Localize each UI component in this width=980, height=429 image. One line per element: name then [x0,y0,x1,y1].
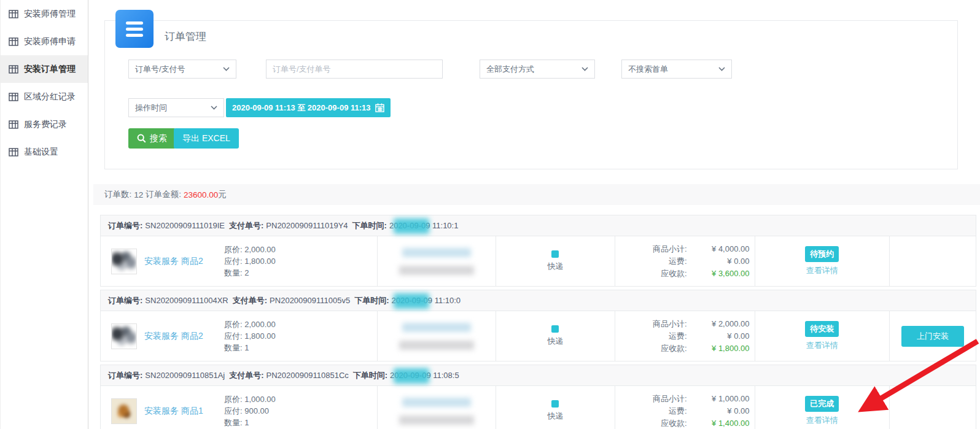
pay-no-label: 支付单号: [229,220,263,231]
receivable-label: 应收款: [653,342,687,355]
pay-no-label: 支付单号: [233,295,267,306]
sidebar-item-label: 安装订单管理 [24,64,76,75]
page-title: 订单管理 [165,29,206,44]
product-thumbnail[interactable] [111,398,137,424]
sidebar-item-basic-settings[interactable]: 基础设置 [1,138,88,166]
order-time-label: 下单时间: [352,220,387,231]
product-thumbnail[interactable] [111,249,137,274]
order-time-label: 下单时间: [353,370,387,381]
search-type-select[interactable]: 订单号/支付号 [128,60,236,79]
shipping-label: 运费: [653,255,687,268]
sidebar-item-installer-management[interactable]: 安装师傅管理 [1,0,88,28]
calendar-icon [375,103,384,112]
sidebar-item-installer-application[interactable]: 安装师傅申请 [1,28,88,55]
delivery-square-icon [551,400,559,408]
pay-price: 应付: 1,800.00 [224,255,276,267]
orders-amount-unit: 元 [218,189,227,200]
date-range-picker-button[interactable]: 2020-09-09 11:13 至 2020-09-09 11:13 [226,98,391,117]
subtotal-label: 商品小计: [653,243,687,255]
view-detail-link[interactable]: 查看详情 [806,340,838,351]
pay-method-select[interactable]: 全部支付方式 [480,60,595,79]
redacted-status-chip [394,368,429,384]
pay-no-label: 支付单号: [229,370,263,381]
product-cell: 安装服务 商品2 原价: 2,000.00 应付: 1,800.00 数量: 2 [101,236,378,286]
orders-count-label: 订单数: [104,189,131,200]
product-cell: 安装服务 商品2 原价: 2,000.00 应付: 1,800.00 数量: 1 [101,311,378,361]
order-header: 订单编号: SN20200909110851Aj 支付单号: PN2020090… [100,365,976,386]
order-no-value: SN20200909111019IE [145,221,225,230]
totals-cell: 商品小计: 运费: 应收款: ¥ 1,000.00 ¥ 0.00 ¥ 1,400… [615,386,755,429]
delivery-label: 快递 [547,261,563,272]
redacted-status-chip [394,293,429,309]
orig-price: 原价: 2,000.00 [224,319,276,330]
status-badge: 待安装 [805,321,839,337]
first-order-select[interactable]: 不搜索首单 [621,60,732,79]
order-no-value: SN20200909110851Aj [145,371,225,380]
orders-summary-bar: 订单数: 12 订单金额: 23600.00 元 [93,184,980,205]
pay-method-selected-value: 全部支付方式 [486,64,534,75]
order-no-value: SN20200909111004XR [145,296,228,305]
product-prices: 原价: 2,000.00 应付: 1,800.00 数量: 2 [224,244,276,279]
time-type-select[interactable]: 操作时间 [128,98,224,117]
sidebar-item-service-fee-records[interactable]: 服务费记录 [1,110,88,138]
keyword-input[interactable] [266,60,443,79]
quantity: 数量: 1 [224,342,276,354]
first-order-selected-value: 不搜索首单 [628,64,668,75]
sidebar-item-label: 区域分红记录 [24,91,76,102]
view-detail-link[interactable]: 查看详情 [806,265,838,276]
pay-no-value: PN20200909111005v5 [270,296,350,305]
product-thumbnail[interactable] [111,323,137,349]
product-name-link[interactable]: 安装服务 商品2 [144,331,224,342]
quantity: 数量: 1 [224,417,276,428]
view-detail-link[interactable]: 查看详情 [806,415,838,426]
delivery-label: 快递 [547,411,563,422]
totals-cell: 商品小计: 运费: 应收款: ¥ 4,000.00 ¥ 0.00 ¥ 3,600… [615,236,755,286]
door-install-button[interactable]: 上门安装 [901,326,964,347]
pay-no-value: PN20200909110851Cc [266,371,349,380]
redacted-customer-phone [399,266,474,275]
table-icon [9,148,18,157]
receivable-value: ¥ 1,800.00 [687,342,750,355]
status-cell: 已完成 查看详情 [755,386,890,429]
table-icon [9,65,18,74]
date-range-value: 2020-09-09 11:13 至 2020-09-09 11:13 [232,102,371,114]
pay-price: 应付: 1,800.00 [224,330,276,342]
order-time-label: 下单时间: [354,295,389,306]
order-no-label: 订单编号: [108,295,142,306]
sidebar-item-install-order-management[interactable]: 安装订单管理 [1,55,88,83]
customer-cell [378,311,496,361]
orders-amount-label: 订单金额: [146,189,181,200]
delivery-cell: 快递 [496,311,615,361]
search-button[interactable]: 搜索 [128,128,176,149]
shipping-label: 运费: [653,330,687,342]
shipping-value: ¥ 0.00 [687,330,750,342]
status-cell: 待预约 查看详情 [755,236,890,286]
search-icon [137,134,146,143]
menu-toggle-button[interactable] [115,10,154,48]
status-badge: 已完成 [805,396,839,412]
product-name-link[interactable]: 安装服务 商品2 [144,256,224,267]
chevron-down-icon [223,67,230,71]
redacted-status-chip [394,218,429,234]
pay-no-value: PN20200909111019Y4 [266,221,348,230]
totals-cell: 商品小计: 运费: 应收款: ¥ 2,000.00 ¥ 0.00 ¥ 1,800… [615,311,755,361]
shipping-value: ¥ 0.00 [687,405,750,417]
subtotal-label: 商品小计: [653,318,687,330]
table-icon [9,120,18,129]
receivable-label: 应收款: [653,268,687,280]
sidebar: 安装师傅管理 安装师傅申请 安装订单管理 区域分红记录 服务费记录 基础设置 [0,0,88,429]
orig-price: 原价: 2,000.00 [224,244,276,255]
sidebar-item-label: 服务费记录 [24,119,67,130]
orders-count-value: 12 [134,190,143,199]
product-name-link[interactable]: 安装服务 商品1 [144,406,224,417]
order-block: 订单编号: SN20200909111004XR 支付单号: PN2020090… [100,290,976,361]
order-no-label: 订单编号: [108,220,142,231]
subtotal-value: ¥ 2,000.00 [687,318,750,330]
table-icon [9,93,18,101]
sidebar-item-region-dividend-records[interactable]: 区域分红记录 [1,83,88,110]
order-header: 订单编号: SN20200909111004XR 支付单号: PN2020090… [100,290,976,311]
chevron-down-icon [581,67,588,71]
delivery-cell: 快递 [496,386,615,429]
export-excel-button[interactable]: 导出 EXCEL [174,128,239,149]
table-icon [9,10,18,18]
